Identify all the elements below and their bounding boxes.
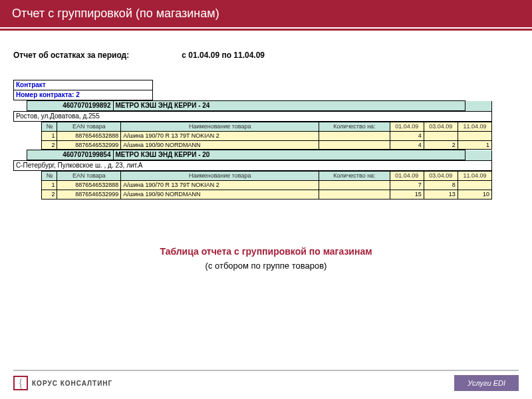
col-date3: 11.04.09 [458,172,491,181]
logo-brace-icon: { [13,376,28,390]
contract-label: Контракт [14,80,153,90]
store-name: МЕТРО КЭШ ЭНД КЕРРИ - 20 [113,150,466,160]
store-name: МЕТРО КЭШ ЭНД КЕРРИ - 24 [113,101,466,111]
logo: { КОРУС КОНСАЛТИНГ [13,376,112,390]
table-row: 2 8876546532999 А/шина 190/90 NORDMANN 1… [13,190,492,199]
col-qty: Количество на: [319,172,390,181]
report-title-label: Отчет об остатках за период: [13,51,180,60]
caption-block: Таблица отчета с группировкой по магазин… [13,246,519,271]
caption-sub: (с отбором по группе товаров) [13,261,519,271]
report-period: с 01.04.09 по 11.04.09 [182,51,265,60]
col-name: Наименование товара [121,172,319,181]
store-code: 4607070199854 [27,150,113,160]
col-qty: Количество на: [319,122,390,132]
caption-main: Таблица отчета с группировкой по магазин… [13,246,519,257]
col-ean: EAN товара [57,172,121,181]
table-row: 1 8876546532888 А/шина 190/70 R 13 79T N… [13,181,492,190]
col-no: № [42,172,57,181]
col-name: Наименование товара [121,122,319,132]
header-divider [0,29,532,31]
col-ean: EAN товара [57,122,121,132]
col-no: № [42,122,57,132]
table-row: 1 8876546532888 А/шина 190/70 R 13 79T N… [13,131,492,140]
report-title-row: Отчет об остатках за период: с 01.04.09 … [13,51,519,60]
store-code: 4607070199892 [27,101,113,111]
store-address: Ростов, ул.Доватова, д.255 [14,112,492,122]
page-header: Отчет с группировкой (по магазинам) [0,0,532,27]
page-footer: { КОРУС КОНСАЛТИНГ Услуги EDI [0,370,532,391]
contract-number: Номер контракта: 2 [14,90,153,100]
col-date2: 03.04.09 [424,122,458,132]
page-title: Отчет с группировкой (по магазинам) [12,7,219,20]
col-date1: 01.04.09 [390,122,424,132]
edi-badge: Услуги EDI [454,375,519,391]
footer-divider [13,370,519,371]
col-date2: 03.04.09 [424,172,458,181]
table-row: 2 8876546532999 А/шина 190/90 NORDMANN 4… [13,140,492,150]
col-date3: 11.04.09 [458,122,491,132]
col-date1: 01.04.09 [390,172,424,181]
store-address: С-Петербург, Пулковское ш. , д. 23, лит.… [14,161,492,171]
logo-text: КОРУС КОНСАЛТИНГ [32,380,112,387]
